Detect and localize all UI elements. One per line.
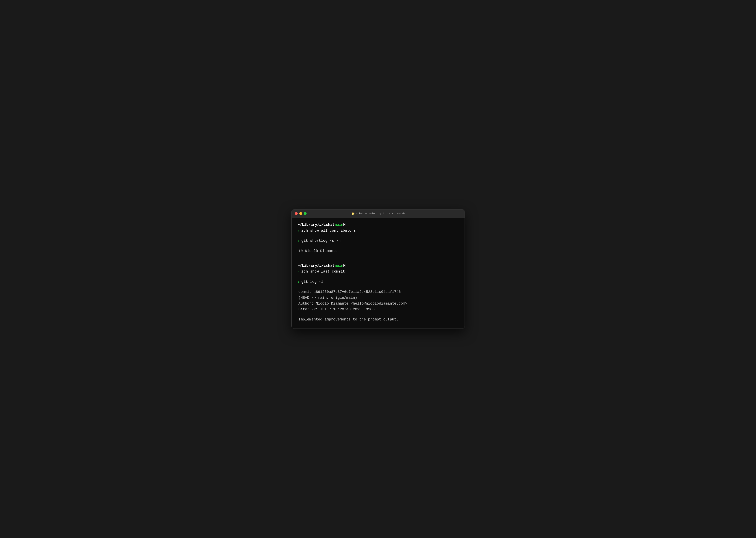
maximize-button[interactable] bbox=[304, 212, 307, 215]
commit-hash-line: commit a891259a87e37v6e7b11a2d4528e11c04… bbox=[298, 289, 458, 295]
command-line-1: › zch show all contributors bbox=[298, 228, 458, 234]
chevron-2: › bbox=[298, 238, 300, 244]
cmd-2: git shortlog -s -n bbox=[301, 238, 340, 244]
blank-1 bbox=[298, 234, 458, 238]
head-ref-line: (HEAD -> main, origin/main) bbox=[298, 295, 458, 301]
prompt-line-2: ~/Library/…/zchat main M bbox=[298, 263, 458, 269]
chevron-3: › bbox=[298, 269, 300, 275]
modified-1: M bbox=[343, 222, 345, 228]
title-bar: 📁 zchat — main ‹ git branch —-zsh bbox=[292, 209, 465, 218]
chevron-4: › bbox=[298, 279, 300, 285]
blank-3b bbox=[298, 258, 458, 263]
blank-4 bbox=[298, 275, 458, 279]
window-buttons bbox=[295, 212, 307, 215]
modified-2: M bbox=[343, 263, 345, 269]
blank-6 bbox=[298, 312, 458, 317]
close-button[interactable] bbox=[295, 212, 298, 215]
blank-3 bbox=[298, 254, 458, 258]
prompt-line-1: ~/Library/…/zchat main M bbox=[298, 222, 458, 228]
terminal-content: ~/Library/…/zchat main M › zch show all … bbox=[292, 218, 465, 329]
date-line: Date: Fri Jul 7 10:20:48 2023 +0200 bbox=[298, 306, 458, 312]
cmd-3: zch show last commit bbox=[301, 269, 345, 275]
branch-2: main bbox=[334, 263, 343, 269]
path-1: ~/Library/…/zchat bbox=[298, 222, 335, 228]
commit-msg-line: Implemented improvements to the prompt o… bbox=[298, 317, 458, 322]
output-line-1: 10 Nicolò Diamante bbox=[298, 248, 458, 254]
cmd-1: zch show all contributors bbox=[301, 228, 356, 234]
author-line: Author: Nicolò Diamante <hello@nicolodia… bbox=[298, 301, 458, 306]
cmd-4: git log -1 bbox=[301, 279, 323, 285]
chevron-1: › bbox=[298, 228, 300, 234]
blank-2 bbox=[298, 244, 458, 248]
title-text: zchat — main ‹ git branch —-zsh bbox=[356, 212, 405, 215]
path-2: ~/Library/…/zchat bbox=[298, 263, 335, 269]
command-line-3: › zch show last commit bbox=[298, 269, 458, 275]
branch-1: main bbox=[334, 222, 343, 228]
blank-5 bbox=[298, 285, 458, 289]
minimize-button[interactable] bbox=[299, 212, 302, 215]
command-line-4: › git log -1 bbox=[298, 279, 458, 285]
command-line-2: › git shortlog -s -n bbox=[298, 238, 458, 244]
terminal-window: 📁 zchat — main ‹ git branch —-zsh ~/Libr… bbox=[291, 209, 465, 329]
title-bar-text: 📁 zchat — main ‹ git branch —-zsh bbox=[351, 212, 405, 215]
folder-icon: 📁 bbox=[351, 212, 355, 215]
